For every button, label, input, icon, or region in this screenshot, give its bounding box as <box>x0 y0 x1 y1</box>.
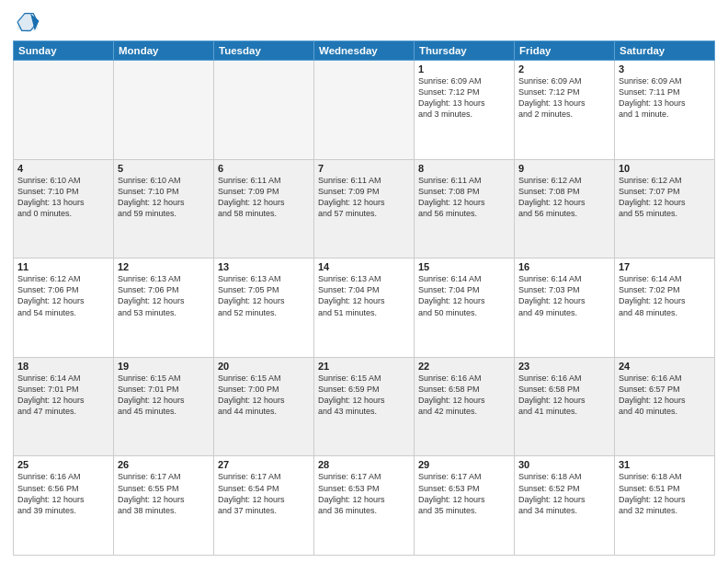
day-number: 22 <box>418 361 510 372</box>
day-info: Sunrise: 6:12 AM Sunset: 7:07 PM Dayligh… <box>619 175 711 220</box>
calendar-cell-empty-0 <box>14 61 114 160</box>
day-info: Sunrise: 6:14 AM Sunset: 7:03 PM Dayligh… <box>518 273 610 318</box>
day-number: 10 <box>619 163 711 174</box>
day-info: Sunrise: 6:12 AM Sunset: 7:06 PM Dayligh… <box>17 273 109 318</box>
calendar-cell-21: 21Sunrise: 6:15 AM Sunset: 6:59 PM Dayli… <box>314 357 415 456</box>
calendar-cell-8: 8Sunrise: 6:11 AM Sunset: 7:08 PM Daylig… <box>415 159 515 259</box>
day-number: 16 <box>518 261 610 272</box>
day-info: Sunrise: 6:09 AM Sunset: 7:12 PM Dayligh… <box>518 75 610 121</box>
calendar-cell-empty-2 <box>214 61 314 160</box>
calendar-cell-19: 19Sunrise: 6:15 AM Sunset: 7:01 PM Dayli… <box>114 357 214 456</box>
calendar-cell-20: 20Sunrise: 6:15 AM Sunset: 7:00 PM Dayli… <box>214 357 314 456</box>
calendar-cell-25: 25Sunrise: 6:16 AM Sunset: 6:56 PM Dayli… <box>14 456 114 556</box>
day-info: Sunrise: 6:14 AM Sunset: 7:02 PM Dayligh… <box>619 273 711 318</box>
calendar-cell-30: 30Sunrise: 6:18 AM Sunset: 6:52 PM Dayli… <box>515 456 615 556</box>
calendar-cell-9: 9Sunrise: 6:12 AM Sunset: 7:08 PM Daylig… <box>515 159 615 259</box>
day-number: 21 <box>318 361 410 372</box>
calendar-cell-29: 29Sunrise: 6:17 AM Sunset: 6:53 PM Dayli… <box>415 456 515 556</box>
day-info: Sunrise: 6:10 AM Sunset: 7:10 PM Dayligh… <box>118 175 210 220</box>
day-info: Sunrise: 6:14 AM Sunset: 7:01 PM Dayligh… <box>17 373 109 418</box>
day-info: Sunrise: 6:16 AM Sunset: 6:58 PM Dayligh… <box>518 373 610 418</box>
day-number: 2 <box>518 63 610 75</box>
calendar-cell-13: 13Sunrise: 6:13 AM Sunset: 7:05 PM Dayli… <box>214 259 314 358</box>
day-number: 3 <box>619 63 711 75</box>
day-number: 18 <box>17 361 109 372</box>
calendar-cell-4: 4Sunrise: 6:10 AM Sunset: 7:10 PM Daylig… <box>14 159 114 259</box>
day-info: Sunrise: 6:12 AM Sunset: 7:08 PM Dayligh… <box>518 175 610 220</box>
day-number: 5 <box>118 163 210 174</box>
day-info: Sunrise: 6:13 AM Sunset: 7:05 PM Dayligh… <box>218 273 310 318</box>
day-info: Sunrise: 6:11 AM Sunset: 7:08 PM Dayligh… <box>418 175 510 220</box>
calendar-cell-6: 6Sunrise: 6:11 AM Sunset: 7:09 PM Daylig… <box>214 159 314 259</box>
calendar-cell-15: 15Sunrise: 6:14 AM Sunset: 7:04 PM Dayli… <box>415 259 515 358</box>
day-info: Sunrise: 6:13 AM Sunset: 7:06 PM Dayligh… <box>118 273 210 318</box>
day-number: 7 <box>318 163 410 174</box>
calendar-header-thursday: Thursday <box>415 41 515 61</box>
calendar-cell-2: 2Sunrise: 6:09 AM Sunset: 7:12 PM Daylig… <box>515 61 615 160</box>
calendar-cell-empty-1 <box>114 61 214 160</box>
calendar-week-2: 11Sunrise: 6:12 AM Sunset: 7:06 PM Dayli… <box>14 259 715 358</box>
calendar-cell-3: 3Sunrise: 6:09 AM Sunset: 7:11 PM Daylig… <box>615 61 715 160</box>
day-info: Sunrise: 6:09 AM Sunset: 7:12 PM Dayligh… <box>418 75 510 121</box>
day-info: Sunrise: 6:15 AM Sunset: 6:59 PM Dayligh… <box>318 373 410 418</box>
day-number: 20 <box>218 361 310 372</box>
calendar-week-1: 4Sunrise: 6:10 AM Sunset: 7:10 PM Daylig… <box>14 159 715 259</box>
calendar-week-0: 1Sunrise: 6:09 AM Sunset: 7:12 PM Daylig… <box>14 61 715 160</box>
day-number: 6 <box>218 163 310 174</box>
day-info: Sunrise: 6:09 AM Sunset: 7:11 PM Dayligh… <box>619 75 711 121</box>
calendar-cell-16: 16Sunrise: 6:14 AM Sunset: 7:03 PM Dayli… <box>515 259 615 358</box>
page: SundayMondayTuesdayWednesdayThursdayFrid… <box>0 0 728 563</box>
day-number: 26 <box>118 459 210 470</box>
calendar-cell-empty-3 <box>314 61 415 160</box>
day-info: Sunrise: 6:17 AM Sunset: 6:53 PM Dayligh… <box>418 471 510 516</box>
calendar-header-sunday: Sunday <box>14 41 114 61</box>
day-info: Sunrise: 6:16 AM Sunset: 6:57 PM Dayligh… <box>619 373 711 418</box>
calendar-header-wednesday: Wednesday <box>314 41 415 61</box>
day-info: Sunrise: 6:18 AM Sunset: 6:52 PM Dayligh… <box>518 471 610 516</box>
logo <box>13 9 42 35</box>
calendar-cell-28: 28Sunrise: 6:17 AM Sunset: 6:53 PM Dayli… <box>314 456 415 556</box>
day-info: Sunrise: 6:18 AM Sunset: 6:51 PM Dayligh… <box>619 471 711 516</box>
calendar-table: SundayMondayTuesdayWednesdayThursdayFrid… <box>13 40 715 556</box>
day-number: 13 <box>218 261 310 272</box>
calendar-cell-18: 18Sunrise: 6:14 AM Sunset: 7:01 PM Dayli… <box>14 357 114 456</box>
day-info: Sunrise: 6:15 AM Sunset: 7:01 PM Dayligh… <box>118 373 210 418</box>
day-info: Sunrise: 6:17 AM Sunset: 6:54 PM Dayligh… <box>218 471 310 516</box>
day-info: Sunrise: 6:16 AM Sunset: 6:56 PM Dayligh… <box>17 471 109 516</box>
day-info: Sunrise: 6:11 AM Sunset: 7:09 PM Dayligh… <box>218 175 310 220</box>
day-number: 27 <box>218 459 310 470</box>
day-number: 17 <box>619 261 711 272</box>
day-info: Sunrise: 6:13 AM Sunset: 7:04 PM Dayligh… <box>318 273 410 318</box>
day-number: 24 <box>619 361 711 372</box>
calendar-cell-24: 24Sunrise: 6:16 AM Sunset: 6:57 PM Dayli… <box>615 357 715 456</box>
day-number: 30 <box>518 459 610 470</box>
day-info: Sunrise: 6:16 AM Sunset: 6:58 PM Dayligh… <box>418 373 510 418</box>
day-info: Sunrise: 6:17 AM Sunset: 6:55 PM Dayligh… <box>118 471 210 516</box>
day-number: 1 <box>418 63 510 75</box>
calendar-cell-27: 27Sunrise: 6:17 AM Sunset: 6:54 PM Dayli… <box>214 456 314 556</box>
header <box>13 9 715 35</box>
day-info: Sunrise: 6:17 AM Sunset: 6:53 PM Dayligh… <box>318 471 410 516</box>
calendar-header-row: SundayMondayTuesdayWednesdayThursdayFrid… <box>14 41 715 61</box>
day-number: 15 <box>418 261 510 272</box>
day-info: Sunrise: 6:15 AM Sunset: 7:00 PM Dayligh… <box>218 373 310 418</box>
calendar-cell-5: 5Sunrise: 6:10 AM Sunset: 7:10 PM Daylig… <box>114 159 214 259</box>
day-number: 4 <box>17 163 109 174</box>
day-number: 28 <box>318 459 410 470</box>
calendar-cell-14: 14Sunrise: 6:13 AM Sunset: 7:04 PM Dayli… <box>314 259 415 358</box>
day-info: Sunrise: 6:14 AM Sunset: 7:04 PM Dayligh… <box>418 273 510 318</box>
day-number: 29 <box>418 459 510 470</box>
day-number: 25 <box>17 459 109 470</box>
calendar-cell-22: 22Sunrise: 6:16 AM Sunset: 6:58 PM Dayli… <box>415 357 515 456</box>
calendar-week-4: 25Sunrise: 6:16 AM Sunset: 6:56 PM Dayli… <box>14 456 715 556</box>
calendar-cell-11: 11Sunrise: 6:12 AM Sunset: 7:06 PM Dayli… <box>14 259 114 358</box>
calendar-header-friday: Friday <box>515 41 615 61</box>
calendar-cell-17: 17Sunrise: 6:14 AM Sunset: 7:02 PM Dayli… <box>615 259 715 358</box>
day-info: Sunrise: 6:10 AM Sunset: 7:10 PM Dayligh… <box>17 175 109 220</box>
day-number: 9 <box>518 163 610 174</box>
calendar-week-3: 18Sunrise: 6:14 AM Sunset: 7:01 PM Dayli… <box>14 357 715 456</box>
calendar-cell-10: 10Sunrise: 6:12 AM Sunset: 7:07 PM Dayli… <box>615 159 715 259</box>
calendar-cell-31: 31Sunrise: 6:18 AM Sunset: 6:51 PM Dayli… <box>615 456 715 556</box>
calendar-cell-23: 23Sunrise: 6:16 AM Sunset: 6:58 PM Dayli… <box>515 357 615 456</box>
day-info: Sunrise: 6:11 AM Sunset: 7:09 PM Dayligh… <box>318 175 410 220</box>
